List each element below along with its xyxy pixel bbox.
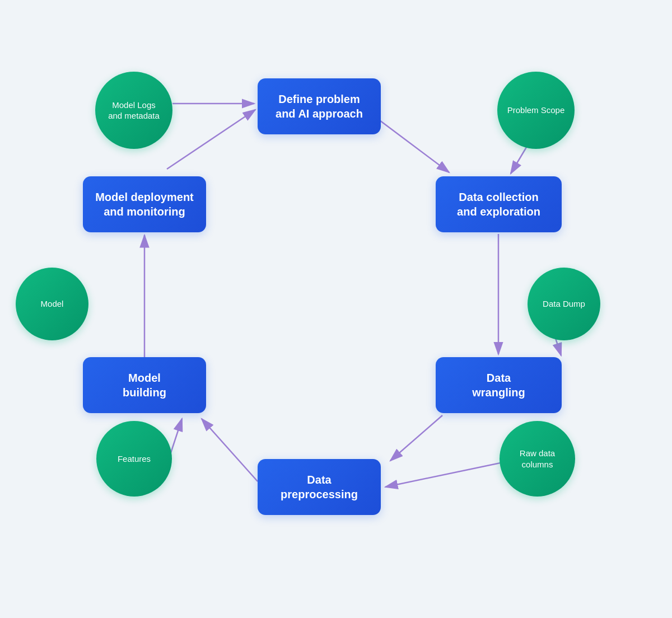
model-logs-circle: Model Logsand metadata [95, 72, 172, 149]
data-dump-circle: Data Dump [528, 268, 600, 340]
features-circle: Features [96, 421, 172, 497]
svg-line-5 [390, 415, 442, 461]
svg-line-10 [167, 110, 255, 169]
define-problem-box: Define problemand AI approach [258, 78, 381, 134]
svg-line-7 [202, 419, 258, 481]
model-circle: Model [16, 268, 88, 340]
diagram-container: Define problemand AI approach Data colle… [0, 0, 672, 618]
raw-data-columns-circle: Raw data columns [500, 421, 575, 497]
problem-scope-circle: Problem Scope [497, 72, 575, 149]
data-wrangling-box: Datawrangling [436, 357, 562, 413]
svg-line-2 [511, 147, 526, 174]
svg-line-6 [385, 462, 503, 487]
data-preprocessing-box: Datapreprocessing [258, 459, 381, 515]
model-deployment-box: Model deploymentand monitoring [83, 176, 206, 232]
data-collection-box: Data collectionand exploration [436, 176, 562, 232]
model-building-box: Modelbuilding [83, 357, 206, 413]
